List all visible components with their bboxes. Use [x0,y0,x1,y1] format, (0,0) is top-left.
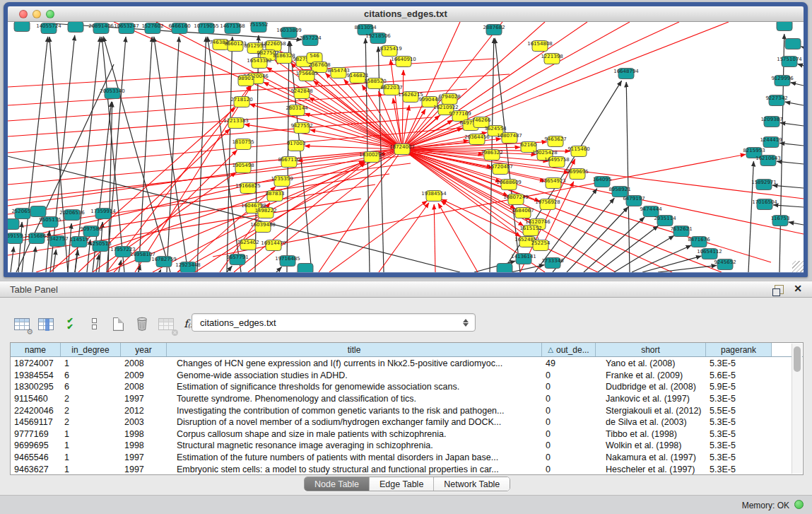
graph-node[interactable]: 751552 [249,22,269,33]
graph-node[interactable]: 7986322 [481,150,502,160]
graph-node[interactable]: 16154808 [527,41,553,52]
graph-node[interactable]: 19166825 [235,183,261,194]
graph-node[interactable]: 14671368 [220,23,245,34]
delete-rows-icon[interactable] [130,313,154,334]
graph-node[interactable]: 18325419 [377,46,402,57]
graph-node[interactable]: 19384554 [421,191,447,201]
graph-node[interactable]: 13654923 [541,178,566,189]
graph-node[interactable]: 1342757 [46,236,68,247]
graph-node[interactable] [8,219,19,230]
graph-node[interactable]: 1209387 [760,117,782,127]
column-header-in-degree[interactable]: in_degree [61,343,121,356]
graph-node[interactable] [30,206,46,217]
graph-node[interactable]: 20891406 [88,23,114,34]
column-header-pagerank[interactable]: pagerank [706,343,772,356]
graph-node[interactable]: 887833 [266,191,285,201]
table-row[interactable]: 1830029562008Estimation of significance … [11,381,791,393]
graph-node[interactable]: 9242848 [290,88,312,99]
graph-node[interactable]: 10654112 [697,249,722,259]
graph-node[interactable]: 9427552 [290,123,312,134]
graph-node[interactable]: 1250513 [89,241,111,252]
graph-node[interactable]: 7857224 [299,35,322,46]
graph-node[interactable]: 6479197 [623,196,645,206]
graph-node[interactable]: 9115460 [567,146,589,157]
graph-node[interactable]: 15751074 [777,57,802,67]
graph-node[interactable]: 19756928 [535,199,560,210]
table-row[interactable]: 911546021997Tourette syndrome. Phenomeno… [11,393,791,405]
graph-node[interactable] [298,264,313,273]
graph-node[interactable]: 9129996 [771,76,794,86]
graph-node[interactable]: 1244419 [760,137,782,148]
graph-node[interactable]: 16033809 [276,28,302,38]
graph-node[interactable]: 16543382 [247,58,272,69]
column-header-title[interactable]: title [167,343,542,356]
tab-network-table[interactable]: Network Table [434,477,510,491]
graph-node[interactable]: 9657791 [226,255,248,265]
scrollbar-thumb[interactable] [794,346,801,372]
graph-node[interactable]: 14136141 [511,254,536,264]
graph-node[interactable]: 9227342 [765,95,787,106]
table-row[interactable]: 946362711997Embryonic stem cells: a mode… [11,463,791,474]
table-row[interactable]: 1938455462009Genome-wide association stu… [11,370,791,382]
graph-node[interactable]: 1235359 [271,176,293,187]
column-header-short[interactable]: short [596,343,706,356]
graph-node[interactable]: 2684067 [512,208,534,218]
graph-node[interactable]: 8471676 [688,237,710,247]
graph-node[interactable]: 1221398 [541,54,563,64]
graph-node[interactable]: 2718120 [230,97,252,107]
graph-node[interactable]: 7625402 [237,240,259,250]
graph-node[interactable]: 1615152 [519,226,541,236]
graph-node[interactable]: 116753 [771,216,790,226]
graph-node[interactable] [497,264,512,273]
table-scrollbar[interactable] [792,344,802,474]
graph-node[interactable]: 1527602 [141,23,163,34]
graph-node[interactable]: 8186328 [273,53,295,64]
graph-node[interactable]: 98901 [238,76,254,86]
table-row[interactable]: 946554611997Estimation of the future num… [11,452,791,464]
table-settings-icon[interactable]: ⚙ [10,313,34,334]
stacked-rows-icon[interactable] [82,313,106,334]
graph-node[interactable]: 39159 [8,233,23,244]
network-window-titlebar[interactable]: citations_edges.txt [8,6,804,22]
float-panel-icon[interactable] [775,285,784,294]
graph-node[interactable]: 10719055 [194,23,219,34]
tab-node-table[interactable]: Node Table [305,477,370,491]
graph-node[interactable]: 1498222 [254,208,276,218]
resize-grip-icon[interactable] [792,261,804,272]
graph-node[interactable]: 10807487 [497,133,522,144]
graph-node[interactable]: 10688609 [496,180,522,190]
column-header-out-degree[interactable]: △ out_de... [542,343,596,356]
column-header-year[interactable]: year [121,343,167,356]
select-rows-icon[interactable]: ✔✔ [58,313,82,334]
table-row[interactable]: 1872400712008Changes of HCN gene express… [11,358,791,370]
graph-node[interactable]: 16210643 [755,156,781,166]
graph-node[interactable]: 12213383 [223,118,249,129]
column-header-name[interactable]: name [11,343,61,356]
graph-node[interactable]: 2803144 [286,105,308,116]
table-row[interactable]: 977716911998Corpus callosum shape and si… [11,428,791,440]
graph-node[interactable]: 16648794 [613,69,639,79]
graph-node[interactable]: 9699695 [566,169,588,180]
graph-node[interactable]: 16640910 [391,57,416,67]
graph-node[interactable]: 16039488 [250,222,276,233]
graph-node[interactable]: 16782759 [151,257,177,267]
graph-node[interactable]: 1733346 [541,258,564,269]
graph-node[interactable]: 9463627 [544,136,566,147]
table-row[interactable]: 2242004622012Investigating the contribut… [11,404,791,416]
graph-node[interactable]: 8660123 [224,41,246,52]
graph-node[interactable]: 19218506 [365,33,391,44]
graph-node[interactable] [777,22,792,31]
close-panel-icon[interactable]: ✕ [794,283,802,294]
graph-node[interactable]: 6794028 [438,94,460,105]
graph-node[interactable]: 6466160 [168,23,190,34]
graph-node[interactable]: 14055724 [36,23,61,34]
graph-node[interactable]: 1905498 [232,163,254,173]
graph-node[interactable]: 18807249 [503,194,529,205]
table-row[interactable]: 1456911722003Disruption of a novel membe… [11,416,791,428]
graph-node[interactable]: 17016504 [752,199,777,210]
graph-node[interactable]: 15892971 [751,180,777,190]
graph-node[interactable]: 1810755 [232,139,254,150]
network-canvas[interactable]: 1405572420891406106532471527602646616010… [8,22,804,272]
graph-node[interactable]: 114519 [70,237,89,247]
graph-node[interactable] [14,22,30,32]
